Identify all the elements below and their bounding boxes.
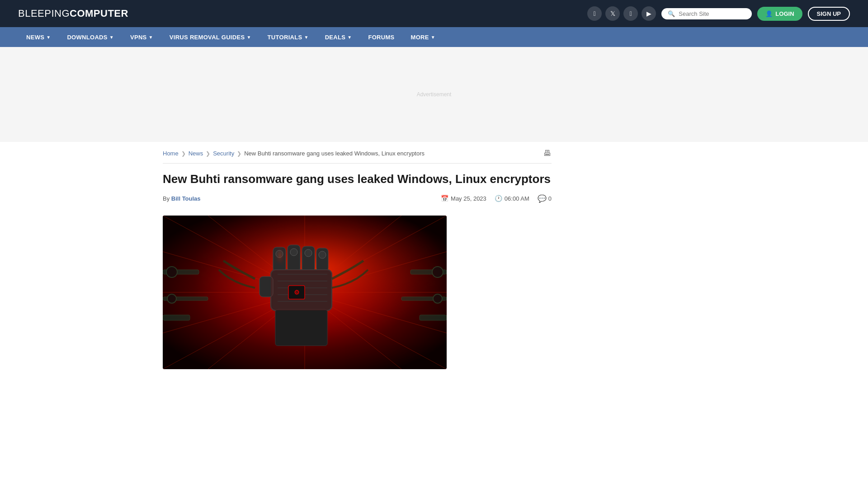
author-link[interactable]: Bill Toulas (171, 195, 201, 202)
more-caret: ▼ (431, 35, 435, 40)
svg-rect-43 (420, 315, 447, 320)
nav-more[interactable]: MORE▼ (403, 27, 443, 47)
page-layout: Home ❯ News ❯ Security ❯ New Buhti ranso… (145, 142, 723, 378)
comment-meta[interactable]: 💬 0 (538, 194, 552, 203)
svg-point-45 (433, 294, 442, 303)
time-meta: 🕐 06:00 AM (495, 195, 529, 202)
youtube-icon[interactable]: ▶ (642, 6, 656, 21)
clock-icon: 🕐 (495, 195, 502, 202)
tutorials-caret: ▼ (304, 35, 308, 40)
user-icon: 👤 (765, 10, 773, 17)
nav-vpns[interactable]: VPNS▼ (122, 27, 161, 47)
nav-deals[interactable]: DEALS▼ (317, 27, 360, 47)
meta-right: 📅 May 25, 2023 🕐 06:00 AM 💬 0 (441, 194, 552, 203)
site-logo[interactable]: BLEEPINGCOMPUTER (18, 8, 128, 19)
breadcrumb-security[interactable]: Security (213, 150, 234, 157)
breadcrumb-home[interactable]: Home (163, 150, 179, 157)
svg-point-24 (305, 249, 312, 257)
svg-rect-38 (163, 315, 190, 320)
svg-point-40 (167, 294, 176, 303)
advertisement-banner: Advertisement (0, 47, 868, 142)
search-icon: 🔍 (668, 10, 675, 17)
nav-news[interactable]: NEWS▼ (18, 27, 59, 47)
article-title: New Buhti ransomware gang uses leaked Wi… (163, 172, 552, 187)
header-right:  𝕏  ▶ 🔍 👤 LOGIN SIGN UP (587, 6, 850, 21)
article-meta: By Bill Toulas 📅 May 25, 2023 🕐 06:00 AM… (163, 194, 552, 207)
twitter-icon[interactable]: 𝕏 (605, 6, 620, 21)
breadcrumb-sep-2: ❯ (206, 150, 210, 157)
breadcrumb-current: New Buhti ransomware gang uses leaked Wi… (244, 150, 425, 157)
main-content: Home ❯ News ❯ Security ❯ New Buhti ranso… (163, 142, 552, 378)
nav-downloads[interactable]: DOWNLOADS▼ (59, 27, 122, 47)
signup-label: SIGN UP (817, 10, 841, 17)
login-label: LOGIN (775, 10, 794, 17)
svg-rect-29 (273, 247, 286, 272)
svg-point-44 (432, 267, 443, 277)
virus-caret: ▼ (246, 35, 251, 40)
facebook-icon[interactable]:  (587, 6, 602, 21)
svg-point-25 (319, 251, 326, 258)
svg-point-39 (166, 267, 177, 277)
breadcrumb-news[interactable]: News (189, 150, 203, 157)
date-meta: 📅 May 25, 2023 (441, 195, 486, 202)
main-navbar: NEWS▼ DOWNLOADS▼ VPNS▼ VIRUS REMOVAL GUI… (0, 27, 868, 47)
print-button[interactable]: 🖶 (543, 149, 552, 158)
svg-rect-28 (275, 310, 327, 346)
nav-virus-removal[interactable]: VIRUS REMOVAL GUIDES▼ (161, 27, 259, 47)
search-box: 🔍 (661, 8, 752, 19)
logo-bold: COMPUTER (70, 8, 128, 19)
author-prefix: By (163, 195, 170, 202)
login-button[interactable]: 👤 LOGIN (757, 7, 802, 21)
breadcrumb-sep-3: ❯ (237, 150, 241, 157)
breadcrumb-sep-1: ❯ (181, 150, 186, 157)
news-caret: ▼ (46, 35, 51, 40)
article-hero-svg: ⚙ (163, 216, 447, 369)
social-icons:  𝕏  ▶ (587, 6, 656, 21)
article-time: 06:00 AM (505, 195, 529, 202)
site-header: BLEEPINGCOMPUTER  𝕏  ▶ 🔍 👤 LOGIN SIGN … (0, 0, 868, 27)
author-info: By Bill Toulas (163, 195, 201, 202)
vpns-caret: ▼ (149, 35, 153, 40)
article-date: May 25, 2023 (451, 195, 486, 202)
deals-caret: ▼ (347, 35, 352, 40)
svg-point-23 (290, 249, 297, 256)
logo-light: BLEEPING (18, 8, 70, 19)
nav-forums[interactable]: FORUMS (360, 27, 402, 47)
svg-text:⚙: ⚙ (294, 289, 300, 296)
calendar-icon: 📅 (441, 195, 448, 202)
comment-icon: 💬 (538, 194, 547, 203)
downloads-caret: ▼ (109, 35, 114, 40)
comment-count: 0 (548, 195, 552, 202)
signup-button[interactable]: SIGN UP (808, 7, 850, 21)
mastodon-icon[interactable]:  (623, 6, 638, 21)
search-input[interactable] (679, 10, 751, 17)
breadcrumb: Home ❯ News ❯ Security ❯ New Buhti ranso… (163, 142, 552, 164)
nav-tutorials[interactable]: TUTORIALS▼ (259, 27, 317, 47)
article-image: ⚙ (163, 216, 447, 369)
sidebar (570, 142, 705, 378)
